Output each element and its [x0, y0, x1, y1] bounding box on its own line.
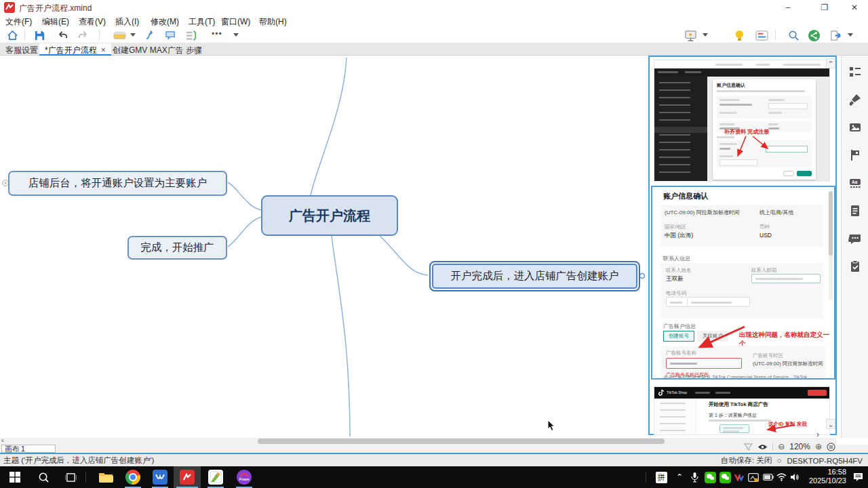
scroll-left-arrow[interactable]: ‹ — [1, 436, 4, 444]
minimize-button[interactable]: – — [774, 0, 802, 15]
notes-doc-icon[interactable] — [848, 204, 862, 218]
volume-tray-icon[interactable] — [788, 466, 802, 488]
tab-gmv-max[interactable]: 创建GMV MAX广告 步骤 — [107, 43, 208, 56]
wifi-tray-icon[interactable] — [774, 466, 788, 488]
toolbar-separator — [24, 30, 25, 40]
shot3-id-box — [719, 424, 749, 433]
horizontal-scroll-thumb[interactable] — [258, 439, 665, 444]
save-button[interactable] — [33, 28, 46, 42]
filter-icon[interactable] — [744, 443, 753, 451]
screen-capture-tray-icon[interactable] — [746, 466, 761, 488]
file-explorer-icon[interactable] — [92, 466, 119, 488]
insert-topic-button[interactable] — [113, 28, 126, 42]
sheet-tab-canvas1[interactable]: 画布 1 — [1, 445, 56, 453]
attached-screenshots-panel[interactable]: 账户信息确认 — [648, 56, 837, 435]
lightbulb-button[interactable] — [732, 28, 746, 42]
share-button[interactable] — [807, 28, 821, 42]
editor-app-icon[interactable] — [202, 466, 229, 488]
screenshot-account-confirm-form[interactable]: 账户信息确认 (UTC-09:00) 阿拉斯加标准时间 线上电商/其他 国家/地… — [651, 186, 835, 380]
menu-tools[interactable]: 工具(T) — [189, 16, 215, 28]
tab-customer-service[interactable]: 客服设置 — [0, 43, 43, 56]
foun-app-icon[interactable]: Foun — [231, 466, 258, 488]
xmind-taskbar-icon[interactable] — [174, 466, 201, 488]
comments-icon[interactable] — [848, 232, 862, 245]
taskbar-clock[interactable]: 16:58 2025/10/23 — [802, 466, 846, 488]
shot2-phone-label: 电话号码 — [666, 290, 686, 297]
relationship-button[interactable] — [144, 28, 157, 42]
task-clipboard-icon[interactable] — [848, 260, 862, 273]
menu-file[interactable]: 文件(F) — [5, 16, 32, 28]
battery-tray-icon[interactable] — [761, 466, 776, 488]
central-topic[interactable]: 广告开户流程 — [261, 195, 398, 236]
fit-map-icon[interactable] — [827, 443, 835, 451]
zoom-out-button[interactable]: ⊖ — [778, 442, 785, 451]
v-app-tray-icon[interactable] — [732, 466, 746, 488]
zoom-level: 120% — [789, 442, 810, 451]
sticker-aa-icon[interactable]: Aa — [848, 176, 862, 190]
export-button[interactable] — [829, 28, 842, 42]
ime-indicator[interactable]: 拼 — [652, 466, 670, 488]
screenshot-account-confirm-modal[interactable]: 账户信息确认 — [654, 60, 830, 182]
menu-help[interactable]: 帮助(H) — [259, 16, 287, 28]
horizontal-scrollbar[interactable]: ‹ — [0, 438, 837, 445]
redo-button[interactable] — [76, 28, 90, 42]
panel-scroll-right[interactable]: › — [816, 430, 819, 438]
menu-window[interactable]: 窗口(W) — [221, 16, 250, 28]
callout-button[interactable] — [164, 28, 178, 42]
shot1-modal-title: 账户信息确认 — [717, 82, 745, 89]
more-tools-button[interactable]: ••• — [212, 29, 222, 39]
search-button[interactable] — [787, 28, 800, 42]
tab-ad-account-flow[interactable]: *广告开户流程× — [39, 43, 111, 56]
eye-icon[interactable] — [757, 443, 768, 451]
blue-app-icon[interactable] — [146, 466, 174, 488]
tab-close-icon[interactable]: × — [101, 45, 106, 55]
home-button[interactable] — [5, 28, 19, 42]
maximize-button[interactable]: ❐ — [811, 0, 838, 15]
screenshot-tiktok-ads-start[interactable]: TikTok Shop 开始使用 TikTok 商店广告 第 1 步：设置账户信… — [654, 386, 830, 435]
wechat2-tray-icon[interactable] — [717, 466, 732, 488]
menu-edit[interactable]: 编辑(E) — [42, 16, 69, 28]
microphone-tray-icon[interactable] — [688, 466, 701, 488]
shot2-ad-tz-label: 广告账号时区 — [753, 352, 783, 359]
tiktok-logo-icon — [658, 389, 665, 396]
insert-topic-dropdown-caret[interactable] — [130, 33, 136, 37]
topic-after-open-selected[interactable]: 开户完成后，进入店铺广告创建账户 — [429, 261, 640, 291]
export-caret[interactable] — [848, 33, 853, 37]
autosave-status: 自动保存: 关闭 — [721, 455, 772, 466]
presentation-caret[interactable] — [703, 33, 708, 37]
undo-button[interactable] — [56, 28, 69, 42]
wechat-tray-icon[interactable] — [703, 466, 717, 488]
mindmap-canvas[interactable]: 店铺后台，将开通账户设置为主要账户 完成，开始推广 广告开户流程 开户完成后，进… — [0, 56, 868, 438]
shot3-dark-header: TikTok Shop — [654, 387, 830, 399]
more-tools-caret[interactable] — [233, 33, 239, 37]
shot2-name-value: 王双新 — [666, 275, 684, 283]
panel-scroll-down[interactable]: ⌄ — [826, 419, 835, 429]
marker-flag-icon[interactable] — [848, 148, 862, 162]
summary-button[interactable] — [184, 28, 198, 42]
format-brush-icon[interactable] — [848, 93, 862, 106]
task-view-icon[interactable] — [57, 466, 84, 488]
taskbar-search-icon[interactable] — [30, 466, 57, 488]
hidden-icons-chevron[interactable]: ⌃ — [673, 466, 686, 488]
topic-finish-promote[interactable]: 完成，开始推广 — [127, 236, 227, 260]
menu-modify[interactable]: 修改(M) — [151, 16, 179, 28]
notification-center-icon[interactable] — [849, 466, 867, 488]
outline-panel-icon[interactable] — [848, 65, 862, 79]
shot1-modal: 账户信息确认 — [713, 79, 816, 180]
topic-after-open-label: 开户完成后，进入店铺广告创建账户 — [432, 264, 637, 289]
image-panel-icon[interactable] — [848, 121, 862, 134]
presentation-button[interactable] — [684, 28, 697, 42]
panel-scroll-up[interactable]: ⌃ — [826, 58, 835, 68]
shot1-cancel-button — [783, 171, 794, 176]
shot1-sidebar — [654, 77, 707, 182]
shot3-red-badge — [808, 390, 827, 396]
topic-shop-backend[interactable]: 店铺后台，将开通账户设置为主要账户 — [8, 171, 227, 196]
menu-view[interactable]: 查看(V) — [79, 16, 106, 28]
menu-insert[interactable]: 插入(I) — [115, 16, 139, 28]
chrome-icon[interactable] — [119, 466, 146, 488]
zoom-in-button[interactable]: ⊕ — [815, 442, 822, 451]
start-button[interactable] — [1, 466, 28, 488]
close-button[interactable]: ✕ — [841, 0, 868, 15]
notes-panel-button[interactable] — [755, 28, 768, 42]
sync-status-icon — [777, 459, 781, 463]
